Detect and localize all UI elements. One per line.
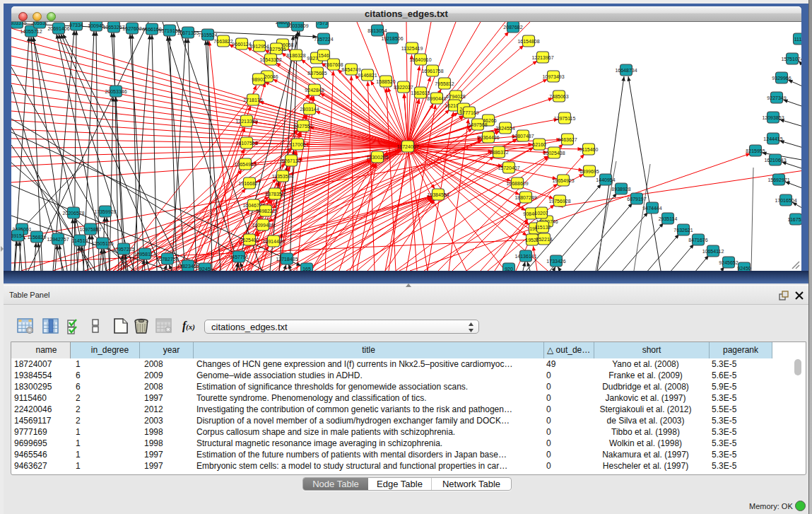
svg-text:39154: 39154 bbox=[11, 233, 25, 238]
svg-text:7663822: 7663822 bbox=[213, 39, 233, 44]
svg-text:9474444: 9474444 bbox=[642, 206, 661, 211]
svg-text:1733426: 1733426 bbox=[546, 259, 565, 264]
svg-text:97334: 97334 bbox=[69, 23, 83, 28]
svg-text:16961758: 16961758 bbox=[421, 69, 443, 74]
svg-text:417006: 417006 bbox=[289, 142, 305, 147]
svg-text:7573: 7573 bbox=[317, 22, 328, 25]
svg-text:17957225: 17957225 bbox=[112, 247, 134, 252]
svg-text:6794028: 6794028 bbox=[446, 94, 465, 99]
svg-text:19654953: 19654953 bbox=[234, 162, 256, 167]
svg-text:9660124: 9660124 bbox=[232, 42, 251, 47]
svg-text:2803144: 2803144 bbox=[300, 107, 319, 112]
svg-text:14136141: 14136141 bbox=[514, 254, 536, 259]
svg-text:18640910: 18640910 bbox=[409, 57, 431, 62]
svg-text:20053346: 20053346 bbox=[105, 89, 126, 94]
svg-text:116753: 116753 bbox=[788, 217, 801, 222]
svg-text:12505135: 12505135 bbox=[91, 241, 113, 246]
svg-text:9146821: 9146821 bbox=[358, 73, 377, 78]
svg-text:8454749: 8454749 bbox=[341, 67, 360, 72]
svg-text:12942757: 12942757 bbox=[47, 237, 69, 242]
svg-text:2867608: 2867608 bbox=[324, 62, 343, 67]
svg-text:9777169: 9777169 bbox=[459, 110, 478, 115]
svg-text:8990448: 8990448 bbox=[427, 96, 446, 101]
svg-text:9463627: 9463627 bbox=[558, 137, 577, 142]
svg-text:8427552: 8427552 bbox=[293, 124, 312, 129]
svg-text:20691406: 20691406 bbox=[47, 26, 69, 31]
svg-text:10207: 10207 bbox=[534, 211, 548, 216]
svg-text:9115460: 9115460 bbox=[579, 147, 599, 152]
svg-text:12213967: 12213967 bbox=[531, 55, 553, 60]
svg-text:10973493: 10973493 bbox=[542, 74, 564, 79]
svg-text:18807249: 18807249 bbox=[514, 195, 536, 200]
svg-text:13718485: 13718485 bbox=[276, 257, 298, 262]
svg-text:12213389: 12213389 bbox=[235, 119, 257, 124]
svg-text:17359928: 17359928 bbox=[94, 209, 116, 214]
svg-text:7485063: 7485063 bbox=[549, 94, 568, 99]
svg-text:19654923: 19654923 bbox=[552, 178, 574, 183]
svg-text:7886372: 7886372 bbox=[489, 150, 508, 155]
svg-text:16210643: 16210643 bbox=[764, 158, 786, 163]
svg-text:7515524: 7515524 bbox=[198, 33, 217, 37]
svg-text:11325419: 11325419 bbox=[401, 46, 423, 51]
svg-text:17016504: 17016504 bbox=[775, 198, 796, 203]
svg-text:9457791: 9457791 bbox=[229, 255, 248, 259]
svg-text:9245: 9245 bbox=[199, 267, 211, 271]
svg-text:2718176: 2718176 bbox=[243, 98, 262, 103]
svg-text:9329966: 9329966 bbox=[772, 76, 791, 81]
svg-text:9227349: 9227349 bbox=[767, 95, 786, 100]
svg-text:12975115: 12975115 bbox=[554, 116, 576, 121]
svg-text:10975887: 10975887 bbox=[79, 227, 101, 232]
svg-text:98901: 98901 bbox=[252, 77, 266, 82]
svg-text:1362615: 1362615 bbox=[411, 90, 430, 95]
svg-text:7357224: 7357224 bbox=[314, 37, 333, 42]
svg-text:19166827: 19166827 bbox=[238, 181, 260, 186]
svg-text:6879197: 6879197 bbox=[627, 197, 646, 201]
svg-text:3824554: 3824554 bbox=[495, 126, 514, 131]
svg-text:16914479: 16914479 bbox=[262, 239, 284, 244]
svg-text:19218506: 19218506 bbox=[381, 36, 403, 41]
svg-text:11353594: 11353594 bbox=[272, 174, 294, 179]
svg-text:9245652: 9245652 bbox=[719, 260, 738, 265]
svg-text:920: 920 bbox=[505, 267, 513, 271]
svg-text:165: 165 bbox=[302, 267, 311, 271]
svg-text:1803375: 1803375 bbox=[11, 22, 27, 25]
svg-text:(x): (x) bbox=[186, 322, 195, 332]
svg-text:19756928: 19756928 bbox=[548, 199, 570, 204]
svg-text:9327505: 9327505 bbox=[266, 47, 286, 52]
svg-text:10958117: 10958117 bbox=[134, 252, 156, 257]
svg-text:15720407: 15720407 bbox=[498, 165, 519, 170]
svg-text:8938928: 8938928 bbox=[611, 187, 630, 192]
svg-text:100945: 100945 bbox=[88, 23, 104, 28]
svg-text:8878352: 8878352 bbox=[265, 192, 284, 197]
svg-text:6899695: 6899695 bbox=[579, 169, 599, 174]
svg-text:1156829: 1156829 bbox=[28, 235, 47, 240]
svg-text:1440954: 1440954 bbox=[596, 177, 615, 182]
svg-text:8215955: 8215955 bbox=[746, 148, 765, 153]
svg-text:20206578: 20206578 bbox=[62, 211, 84, 216]
svg-text:114519: 114519 bbox=[72, 238, 88, 243]
svg-text:1546: 1546 bbox=[318, 53, 329, 58]
svg-text:14055712: 14055712 bbox=[20, 29, 42, 34]
svg-text:8322037: 8322037 bbox=[394, 85, 413, 90]
svg-text:18724007: 18724007 bbox=[396, 144, 418, 149]
svg-text:8267130: 8267130 bbox=[281, 158, 300, 163]
svg-text:5498222: 5498222 bbox=[256, 209, 275, 214]
svg-text:8813054: 8813054 bbox=[367, 28, 387, 33]
svg-text:10025438: 10025438 bbox=[543, 151, 565, 156]
svg-text:1244415: 1244415 bbox=[763, 136, 782, 141]
svg-text:12823465: 12823465 bbox=[177, 264, 199, 269]
svg-text:6497568: 6497568 bbox=[468, 122, 487, 127]
svg-text:2935114: 2935114 bbox=[659, 216, 678, 221]
svg-text:7955812: 7955812 bbox=[435, 81, 454, 86]
svg-text:16671355: 16671355 bbox=[177, 30, 199, 35]
svg-text:16648734: 16648734 bbox=[615, 68, 637, 73]
svg-text:115132: 115132 bbox=[535, 225, 551, 230]
svg-text:15692971: 15692971 bbox=[767, 177, 789, 182]
svg-text:18300295: 18300295 bbox=[366, 155, 388, 160]
svg-text:1527602: 1527602 bbox=[122, 26, 141, 31]
svg-text:8186328: 8186328 bbox=[286, 53, 305, 58]
svg-text:16033809: 16033809 bbox=[286, 23, 308, 28]
svg-text:12093853: 12093853 bbox=[762, 115, 784, 120]
svg-text:15751074: 15751074 bbox=[781, 57, 801, 62]
svg-text:9242848: 9242848 bbox=[305, 88, 324, 93]
